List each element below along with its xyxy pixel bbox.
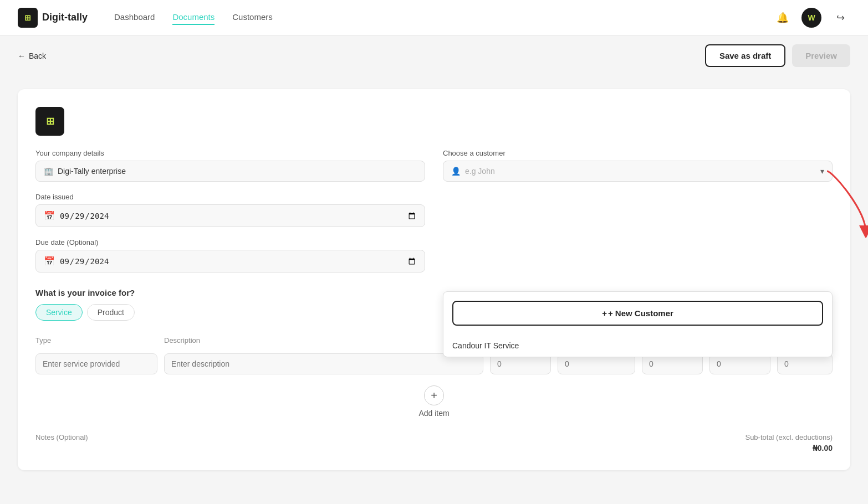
add-item-button[interactable]: + [424, 385, 444, 405]
date-issued-group: Date issued 📅 [35, 193, 425, 227]
nav-dashboard[interactable]: Dashboard [114, 10, 155, 25]
customer-select[interactable]: 👤 e.g John ▾ [443, 161, 833, 182]
toggle-product-button[interactable]: Product [87, 304, 135, 321]
nav-customers[interactable]: Customers [232, 10, 273, 25]
notes-label: Notes (Optional) [35, 433, 88, 441]
customer-option-candour[interactable]: Candour IT Service [443, 335, 832, 357]
company-logo: ⊞ [35, 107, 64, 136]
calendar-icon: 📅 [44, 210, 55, 221]
brand: ⊞ Digit-tally [18, 8, 88, 28]
preview-button[interactable]: Preview [792, 44, 850, 67]
col-type: Type [35, 336, 157, 344]
form-left: Your company details 🏢 Digi-Tally enterp… [35, 149, 425, 272]
customer-dropdown-menu: + + New Customer Candour IT Service [443, 291, 833, 357]
navbar-right: 🔔 W ↪ [773, 8, 850, 28]
due-date-field[interactable] [59, 256, 417, 266]
subtotal-value: ₦0.00 [813, 444, 833, 452]
company-details-label: Your company details [35, 149, 425, 157]
add-item-section: + Add item [35, 385, 833, 418]
chevron-down-icon: ▾ [820, 167, 824, 176]
customer-placeholder: e.g John [465, 167, 816, 176]
due-date-label: Due date (Optional) [35, 238, 425, 246]
new-customer-button[interactable]: + + New Customer [452, 301, 823, 326]
col-description: Description [164, 336, 483, 344]
due-date-input[interactable]: 📅 [35, 250, 425, 272]
back-arrow-icon: ← [18, 52, 25, 60]
customer-group: Choose a customer 👤 e.g John ▾ + + New C… [443, 149, 833, 253]
add-item-label: Add item [418, 409, 449, 418]
form-right: Choose a customer 👤 e.g John ▾ + + New C… [443, 149, 833, 272]
brand-logo-icon: ⊞ [24, 13, 31, 22]
nav-documents[interactable]: Documents [172, 10, 215, 25]
company-name-value: Digi-Tally enterprise [58, 167, 126, 176]
brand-name: Digit-tally [42, 12, 88, 23]
back-button[interactable]: ← Back [18, 52, 46, 60]
logout-icon[interactable]: ↪ [830, 8, 850, 28]
notes-footer: Notes (Optional) Sub-total (excl. deduct… [35, 433, 833, 452]
navbar: ⊞ Digit-tally Dashboard Documents Custom… [0, 0, 868, 35]
user-initials: W [808, 13, 815, 22]
company-details-group: Your company details 🏢 Digi-Tally enterp… [35, 149, 425, 182]
header-actions: Save as draft Preview [705, 44, 850, 67]
company-input[interactable]: 🏢 Digi-Tally enterprise [35, 161, 425, 182]
form-card: ⊞ Your company details 🏢 Digi-Tally ente… [18, 89, 850, 470]
main-content: ⊞ Your company details 🏢 Digi-Tally ente… [0, 76, 868, 484]
date-issued-label: Date issued [35, 193, 425, 201]
notification-bell-icon[interactable]: 🔔 [773, 8, 793, 28]
subtotal-label: Sub-total (excl. deductions) [745, 433, 833, 441]
user-avatar[interactable]: W [801, 8, 821, 28]
calendar-due-icon: 📅 [44, 256, 55, 266]
save-draft-button[interactable]: Save as draft [705, 44, 785, 67]
brand-logo: ⊞ [18, 8, 38, 28]
plus-icon: + [602, 308, 607, 318]
company-logo-icon: ⊞ [46, 115, 54, 127]
choose-customer-label: Choose a customer [443, 149, 833, 157]
nav-links: Dashboard Documents Customers [114, 10, 273, 25]
building-icon: 🏢 [44, 167, 53, 176]
new-customer-label: + New Customer [608, 308, 673, 318]
date-issued-field[interactable] [59, 211, 417, 221]
date-issued-input[interactable]: 📅 [35, 204, 425, 227]
due-date-group: Due date (Optional) 📅 [35, 238, 425, 272]
toggle-service-button[interactable]: Service [35, 304, 83, 321]
form-grid: Your company details 🏢 Digi-Tally enterp… [35, 149, 833, 272]
back-label: Back [29, 52, 46, 60]
type-input[interactable] [35, 353, 157, 374]
person-icon: 👤 [451, 167, 461, 176]
sub-header: ← Back Save as draft Preview [0, 35, 868, 76]
description-input[interactable] [164, 353, 483, 374]
